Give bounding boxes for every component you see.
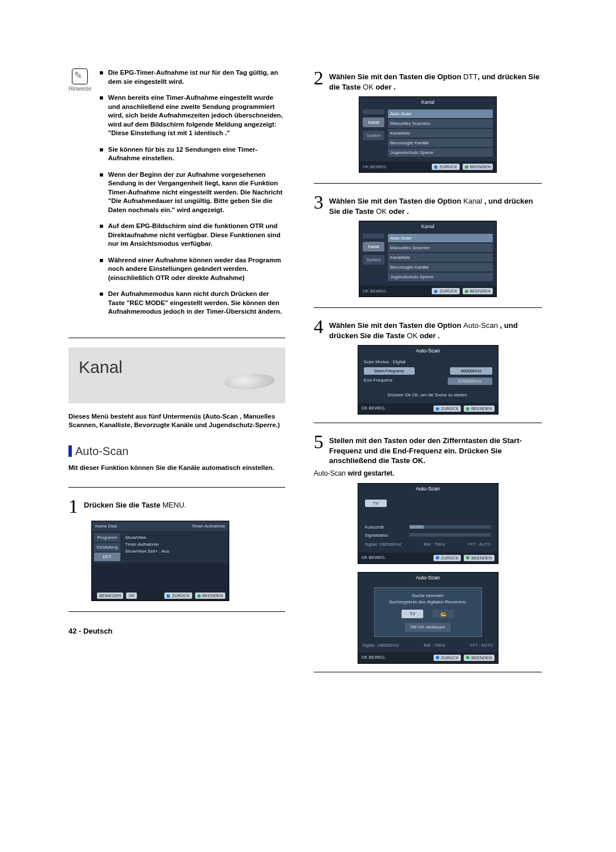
step-4: 4 Wählen Sie mit den Tasten die Option A… [314,317,542,340]
footer-left: OK BEWEG. [363,289,387,294]
divider [68,487,285,488]
step-text: Drücken Sie die Taste [84,501,163,509]
end-freq-label: End-Frequenz [364,378,393,385]
osd-menu-screenshot: Keine Disk Timer-Aufnahme Programm Einst… [91,521,229,601]
note-list: ■Die EPG-Timer-Aufnahme ist nur für den … [100,68,285,324]
osd-status: Keine Disk [95,524,117,529]
osd-item: ShowView [125,534,224,541]
osd-row: Manuelles Scannen [388,119,493,128]
stat-bw: BW : 7MHz [424,542,445,547]
popup: Suche beendet! Suchergebnis des digitale… [374,587,482,637]
osd-kanal-screenshot-1: Kanal Kanal System Auto-Scan Manuelles S… [359,96,497,173]
osd-title: Kanal [359,97,496,107]
osd-item: ShowView Zeit+ : Aus [125,548,224,555]
step-2: 2 Wählen Sie mit den Tasten die Option D… [314,68,542,92]
note-item: Auf dem EPG-Bildschirm sind die funktion… [108,222,285,249]
signal-label: Signalstatus [365,533,406,538]
intro-text: Dieses Menü besteht aus fünf Untermenüs … [68,412,285,430]
note-item: Wenn bereits eine Timer-Aufnahme eingest… [108,94,285,138]
step-5: 5 Stellen mit den Tasten oder den Ziffer… [314,432,542,466]
divider [314,307,542,308]
end-freq-val: 870000KHz [448,378,492,385]
divider [314,423,542,423]
osd-row: Jugendschutz-Sperre [388,148,493,157]
step-number: 5 [314,432,323,466]
radio-badge: 📻 [432,610,454,618]
side-tab: Kanal [363,117,384,127]
footer-left: OK BEWEG. [362,655,386,661]
note-item: Sie können für bis zu 12 Sendungen eine … [108,145,285,163]
start-freq-val: 48000KHz [450,367,492,375]
stat-freq: Digital: 198500KHz [365,542,402,547]
tv-badge: TV [365,500,387,507]
step-key: MENU. [163,501,187,509]
osd-row: Jugendschutz-Sperre [388,273,493,281]
stat-bw: BW : 7MHz [424,643,445,648]
osd-title: Auto-Scan [358,573,498,583]
step-1: 1 Drücken Sie die Taste MENU. [68,497,285,516]
divider [68,338,285,338]
osd-row: Bevorzugte Kanäle [388,263,493,271]
progress-label: Fortschritt [365,525,406,530]
side-tab: System [363,131,384,140]
osd-row: Kanalliste [388,129,493,137]
step-number: 4 [314,317,323,340]
subsection-heading: Auto-Scan [68,445,285,458]
step-number: 2 [314,68,323,92]
side-tab [363,234,384,238]
scan-mode: Scan Modus : Digital [364,359,492,364]
side-tab: System [363,255,384,265]
ok-label: OK [128,593,135,598]
section-title-box: Kanal [68,347,285,403]
osd-title: Kanal [359,221,496,232]
pencil-icon [72,68,88,84]
osd-autoscan-setup: Auto-Scan Scan Modus : Digital Start-Fre… [358,345,499,415]
osd-row: Manuelles Scannen [388,244,493,252]
move-label: BEWEGEN [99,593,121,598]
step-3: 3 Wählen Sie mit den Tasten die Option K… [314,193,542,216]
start-freq-label: Start-Frequenz [364,367,415,375]
popup-button: Mit OK verlassen [405,623,451,631]
subsection-intro: Mit dieser Funktion können Sie die Kanäl… [68,464,285,473]
footer-left: OK BEWEG. [362,405,386,412]
osd-corner: Timer-Aufnahme [192,524,225,529]
page-number: 42 - Deutsch [68,627,285,635]
osd-row: Bevorzugte Kanäle [388,139,493,147]
note-block: Hinweise ■Die EPG-Timer-Aufnahme ist nur… [68,68,285,324]
osd-tab: Programm [94,533,120,542]
osd-title: Auto-Scan [358,484,498,494]
osd-item: Timer-Aufnahme [125,541,224,548]
osd-row: Auto-Scan [388,109,493,118]
step-number: 1 [68,497,78,516]
osd-kanal-screenshot-2: Kanal Kanal System Auto-Scan Manuelles S… [359,221,497,297]
note-item: Der Aufnahmemodus kann nicht durch Drück… [108,290,285,317]
osd-row: Kanalliste [388,253,493,262]
stat-freq: Digital: 198500KHz [363,643,399,648]
note-item: Die EPG-Timer-Aufnahme ist nur für den T… [108,68,285,86]
hint-label: Hinweise [68,86,92,92]
note-item: Wenn der Beginn der zur Aufnahme vorgese… [108,171,285,215]
result-line: Auto-Scan wird gestartet. [314,469,542,477]
side-tab [363,109,384,114]
step-text: Stellen mit den Tasten oder den Ziffernt… [329,432,542,466]
osd-autoscan-progress: Auto-Scan TV Fortschritt Signalstatus Di… [358,483,499,564]
left-column: Hinweise ■Die EPG-Timer-Aufnahme ist nur… [68,68,285,818]
signal-bar [410,533,491,537]
right-column: 2 Wählen Sie mit den Tasten die Option D… [314,68,542,818]
divider [314,183,542,184]
back-label: ZURÜCK [172,593,189,598]
footer-left: OK BEWEG. [363,164,387,169]
note-item: Während einer Aufnahme können weder das … [108,256,285,283]
exit-label: BEENDEN [202,593,223,598]
stat-fft: FFT : AUTO [468,542,491,547]
side-tab: Kanal [363,242,384,251]
osd-row: Auto-Scan [388,234,493,242]
note-icon-wrap: Hinweise [68,68,92,324]
divider [314,672,542,672]
osd-autoscan-done: Auto-Scan Suche beendet! Suchergebnis de… [358,572,499,664]
stat-fft: FFT : AUTO [470,643,493,648]
tv-badge: TV [402,610,423,618]
osd-tab: Einstellung [94,543,120,551]
step-number: 3 [314,193,323,216]
progress-bar [410,525,491,529]
